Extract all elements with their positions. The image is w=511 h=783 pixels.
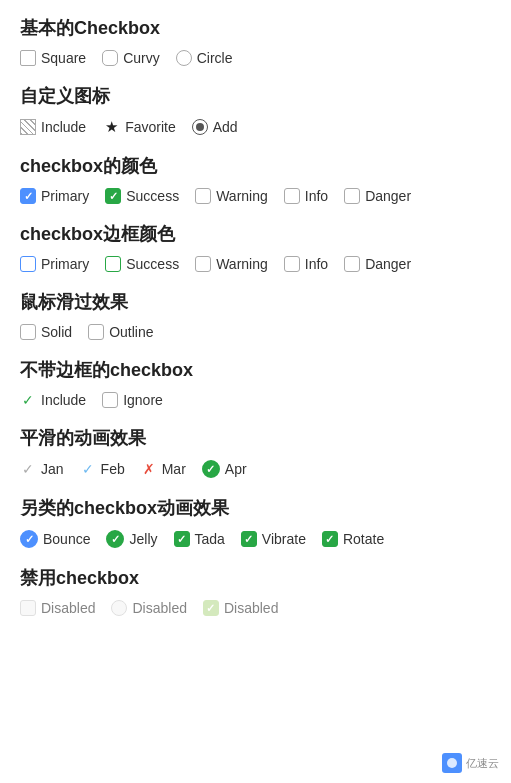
cb-square[interactable]: Square <box>20 50 86 66</box>
anim-effects-row: ✓ Bounce ✓ Jelly ✓ Tada ✓ Vibrate ✓ <box>20 530 491 548</box>
check-primary-icon: ✓ <box>24 190 33 203</box>
cb-favorite[interactable]: ★ Favorite <box>102 118 176 136</box>
watermark-svg <box>445 756 459 770</box>
check-bounce-icon: ✓ <box>25 533 34 546</box>
cb-include[interactable]: Include <box>20 119 86 135</box>
disabled-row: Disabled Disabled ✓ Disabled <box>20 600 491 616</box>
cb-curvy[interactable]: Curvy <box>102 50 160 66</box>
cb-bounce[interactable]: ✓ Bounce <box>20 530 90 548</box>
cb-disabled-circle: Disabled <box>111 600 186 616</box>
cb-warning-label: Warning <box>216 188 268 204</box>
watermark-text: 亿速云 <box>466 756 499 771</box>
cb-border-danger-box <box>344 256 360 272</box>
smooth-anim-section: 平滑的动画效果 ✓ Jan ✓ Feb ✗ Mar ✓ Apr <box>20 426 491 478</box>
color-row: ✓ Primary ✓ Success Warning Info Danger <box>20 188 491 204</box>
cb-tada-label: Tada <box>195 531 225 547</box>
cb-add-box <box>192 119 208 135</box>
cb-outline-box <box>88 324 104 340</box>
cb-info-label: Info <box>305 188 328 204</box>
cb-favorite-box: ★ <box>102 118 120 136</box>
cb-border-primary-label: Primary <box>41 256 89 272</box>
cb-border-success[interactable]: Success <box>105 256 179 272</box>
watermark-icon <box>442 753 462 773</box>
cb-add-label: Add <box>213 119 238 135</box>
basic-checkbox-section: 基本的Checkbox Square Curvy Circle <box>20 16 491 66</box>
smooth-anim-row: ✓ Jan ✓ Feb ✗ Mar ✓ Apr <box>20 460 491 478</box>
cb-feb-box: ✓ <box>80 461 96 477</box>
section-title-disabled: 禁用checkbox <box>20 566 491 590</box>
border-color-section: checkbox边框颜色 Primary Success Warning Inf… <box>20 222 491 272</box>
cb-border-info[interactable]: Info <box>284 256 328 272</box>
cb-border-success-box <box>105 256 121 272</box>
cb-border-warning[interactable]: Warning <box>195 256 268 272</box>
cb-disabled-checked: ✓ Disabled <box>203 600 278 616</box>
cb-outline-label: Outline <box>109 324 153 340</box>
cb-mar-label: Mar <box>162 461 186 477</box>
cb-add[interactable]: Add <box>192 119 238 135</box>
cb-border-warning-label: Warning <box>216 256 268 272</box>
cb-vibrate[interactable]: ✓ Vibrate <box>241 531 306 547</box>
cb-square-label: Square <box>41 50 86 66</box>
cb-border-info-label: Info <box>305 256 328 272</box>
cb-jan[interactable]: ✓ Jan <box>20 461 64 477</box>
check-vibrate-icon: ✓ <box>244 533 253 546</box>
cb-success-box: ✓ <box>105 188 121 204</box>
cb-disabled-normal: Disabled <box>20 600 95 616</box>
cb-noborder-include-label: Include <box>41 392 86 408</box>
cb-vibrate-label: Vibrate <box>262 531 306 547</box>
cb-curvy-label: Curvy <box>123 50 160 66</box>
cb-jelly-box: ✓ <box>106 530 124 548</box>
cb-primary[interactable]: ✓ Primary <box>20 188 89 204</box>
cb-rotate-box: ✓ <box>322 531 338 547</box>
cb-noborder-include-box: ✓ <box>20 392 36 408</box>
check-tada-icon: ✓ <box>177 533 186 546</box>
hover-section: 鼠标滑过效果 Solid Outline <box>20 290 491 340</box>
cb-solid[interactable]: Solid <box>20 324 72 340</box>
cb-danger[interactable]: Danger <box>344 188 411 204</box>
noborder-row: ✓ Include Ignore <box>20 392 491 408</box>
cb-bounce-label: Bounce <box>43 531 90 547</box>
cb-noborder-ignore[interactable]: Ignore <box>102 392 163 408</box>
cb-primary-label: Primary <box>41 188 89 204</box>
cb-border-danger[interactable]: Danger <box>344 256 411 272</box>
cb-tada[interactable]: ✓ Tada <box>174 531 225 547</box>
cb-warning[interactable]: Warning <box>195 188 268 204</box>
cb-circle[interactable]: Circle <box>176 50 233 66</box>
section-title-basic: 基本的Checkbox <box>20 16 491 40</box>
cb-jelly[interactable]: ✓ Jelly <box>106 530 157 548</box>
cb-apr-box: ✓ <box>202 460 220 478</box>
cb-jan-label: Jan <box>41 461 64 477</box>
cb-border-warning-box <box>195 256 211 272</box>
disabled-section: 禁用checkbox Disabled Disabled ✓ Disabled <box>20 566 491 616</box>
cb-mar[interactable]: ✗ Mar <box>141 461 186 477</box>
cb-success-label: Success <box>126 188 179 204</box>
cb-danger-label: Danger <box>365 188 411 204</box>
cb-noborder-include[interactable]: ✓ Include <box>20 392 86 408</box>
check-rotate-icon: ✓ <box>325 533 334 546</box>
cb-mar-box: ✗ <box>141 461 157 477</box>
section-title-smooth: 平滑的动画效果 <box>20 426 491 450</box>
cb-border-success-label: Success <box>126 256 179 272</box>
section-title-hover: 鼠标滑过效果 <box>20 290 491 314</box>
cb-solid-label: Solid <box>41 324 72 340</box>
cb-apr[interactable]: ✓ Apr <box>202 460 247 478</box>
cb-noborder-ignore-box <box>102 392 118 408</box>
check-jelly-icon: ✓ <box>111 533 120 546</box>
cb-rotate[interactable]: ✓ Rotate <box>322 531 384 547</box>
section-title-anim: 另类的checkbox动画效果 <box>20 496 491 520</box>
cb-feb[interactable]: ✓ Feb <box>80 461 125 477</box>
cb-noborder-ignore-label: Ignore <box>123 392 163 408</box>
cb-primary-box: ✓ <box>20 188 36 204</box>
cb-include-box <box>20 119 36 135</box>
anim-effects-section: 另类的checkbox动画效果 ✓ Bounce ✓ Jelly ✓ Tada … <box>20 496 491 548</box>
cb-curvy-box <box>102 50 118 66</box>
cb-outline[interactable]: Outline <box>88 324 153 340</box>
cb-rotate-label: Rotate <box>343 531 384 547</box>
cb-border-danger-label: Danger <box>365 256 411 272</box>
cb-info[interactable]: Info <box>284 188 328 204</box>
cb-success[interactable]: ✓ Success <box>105 188 179 204</box>
cb-border-info-box <box>284 256 300 272</box>
section-title-custom: 自定义图标 <box>20 84 491 108</box>
cb-border-primary[interactable]: Primary <box>20 256 89 272</box>
color-section: checkbox的颜色 ✓ Primary ✓ Success Warning … <box>20 154 491 204</box>
